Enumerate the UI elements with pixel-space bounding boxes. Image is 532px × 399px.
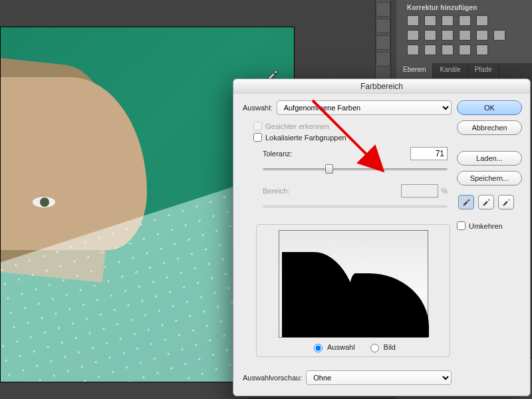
adjustment-icon[interactable]: [424, 15, 436, 26]
range-unit: %: [441, 187, 448, 195]
adjustment-icon[interactable]: [442, 30, 454, 41]
adjustments-panel: Korrektur hinzufügen: [396, 0, 532, 63]
preview-thumbnail[interactable]: [279, 230, 428, 338]
fuzziness-input[interactable]: [410, 147, 448, 160]
range-slider: [263, 200, 448, 212]
select-dropdown[interactable]: Aufgenommene Farben: [277, 100, 452, 115]
cancel-button[interactable]: Abbrechen: [457, 120, 522, 135]
adjustment-icon[interactable]: [407, 15, 419, 26]
adjustment-icon[interactable]: [407, 45, 419, 55]
invert-label: Umkehren: [469, 222, 503, 230]
tool-icon[interactable]: [376, 52, 390, 66]
subject-eye: [33, 197, 55, 207]
eyedropper-minus-icon[interactable]: [498, 195, 514, 209]
radio-selection[interactable]: Auswahl: [311, 342, 355, 352]
radio-image-label: Bild: [384, 343, 396, 351]
adjustment-icon[interactable]: [476, 30, 488, 41]
fuzziness-label: Toleranz:: [263, 150, 293, 158]
load-button[interactable]: Laden...: [457, 151, 522, 166]
tool-icon[interactable]: [376, 35, 390, 50]
dialog-title: Farbbereich: [233, 79, 530, 94]
adjustment-icon[interactable]: [493, 30, 505, 41]
preview-mask-shape: [349, 273, 429, 337]
radio-selection-input[interactable]: [314, 344, 323, 352]
save-button[interactable]: Speichern...: [457, 171, 522, 186]
color-range-dialog: Farbbereich Auswahl: Aufgenommene Farben…: [233, 78, 531, 396]
tool-icon[interactable]: [376, 19, 390, 33]
adjustment-icon[interactable]: [476, 45, 488, 55]
invert-input[interactable]: [457, 221, 466, 230]
adjustment-icon[interactable]: [424, 45, 436, 55]
layers-panel-tabs: Ebenen Kanäle Pfade: [396, 63, 532, 78]
adjustment-icon[interactable]: [459, 45, 471, 55]
detect-faces-input: [253, 122, 262, 130]
ok-button[interactable]: OK: [457, 100, 522, 115]
collapsed-toolbar[interactable]: [375, 0, 391, 78]
invert-checkbox[interactable]: Umkehren: [457, 221, 522, 230]
adjustment-icon[interactable]: [442, 45, 454, 55]
adjustment-icon[interactable]: [476, 15, 488, 26]
preview-fieldset: Auswahl Bild: [256, 224, 450, 357]
range-input: [401, 184, 438, 198]
preview-mask-shape: [282, 252, 360, 337]
select-label: Auswahl:: [243, 104, 273, 112]
localized-colors-input[interactable]: [253, 133, 262, 142]
adjustment-icon[interactable]: [407, 30, 419, 41]
tab-ebenen[interactable]: Ebenen: [396, 63, 433, 78]
radio-selection-label: Auswahl: [327, 343, 355, 351]
selection-preview-label: Auswahlvorschau:: [243, 374, 302, 382]
radio-image-input[interactable]: [370, 344, 379, 352]
eyedropper-plus-icon[interactable]: [478, 195, 494, 209]
fuzziness-slider[interactable]: [263, 163, 448, 175]
detect-faces-label: Gesichter erkennen: [265, 122, 329, 130]
tab-pfade[interactable]: Pfade: [468, 63, 499, 78]
adjustments-panel-title: Korrektur hinzufügen: [407, 4, 527, 11]
localized-colors-checkbox[interactable]: Lokalisierte Farbgruppen: [253, 133, 452, 142]
tool-icon[interactable]: [376, 2, 390, 17]
detect-faces-checkbox: Gesichter erkennen: [253, 122, 452, 130]
tab-kanaele[interactable]: Kanäle: [433, 63, 467, 78]
adjustment-icon[interactable]: [442, 15, 454, 26]
eyedropper-icon[interactable]: [458, 195, 474, 209]
radio-image[interactable]: Bild: [367, 342, 396, 352]
adjustment-icon[interactable]: [459, 15, 471, 26]
adjustment-icon[interactable]: [424, 30, 436, 41]
localized-colors-label: Lokalisierte Farbgruppen: [265, 134, 346, 142]
adjustment-icon[interactable]: [459, 30, 471, 41]
selection-preview-dropdown[interactable]: Ohne: [306, 370, 452, 385]
range-label: Bereich:: [263, 187, 289, 195]
